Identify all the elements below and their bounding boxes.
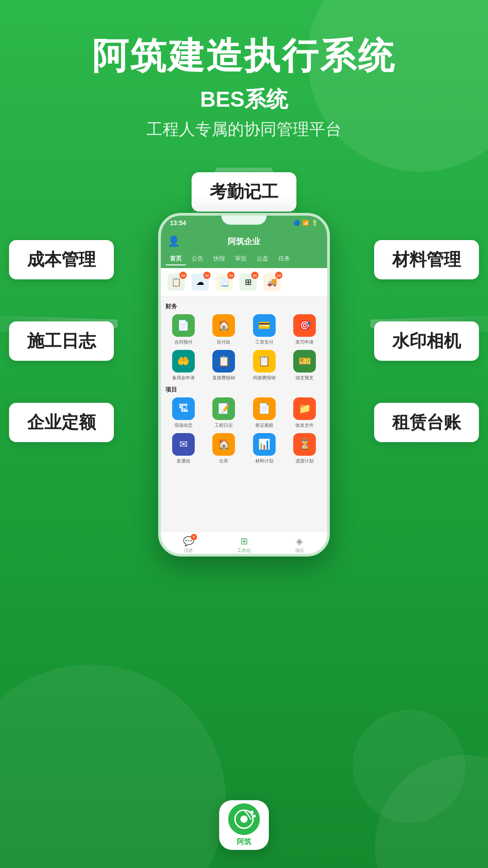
scroll-icon-2[interactable]: ☁ 30 [192,274,209,291]
header: 阿筑建造执行系统 BES系统 工程人专属的协同管理平台 [0,0,488,159]
app-content: 财务 📄 合同预付 🏠 应付款 💳 工资支付 🎯 [161,297,327,532]
status-time: 13:54 [170,219,186,226]
icon-send-notice[interactable]: ✉ 发通知 [165,433,202,464]
icon-material-plan[interactable]: 📊 材料计划 [246,433,282,464]
finance-icons-grid: 📄 合同预付 🏠 应付款 💳 工资支付 🎯 奖罚申请 [165,314,323,381]
feature-shuiyin[interactable]: 水印相机 [374,321,479,361]
icon-progress-plan[interactable]: ⏳ 进度计划 [287,433,323,464]
section-project-label: 项目 [165,386,323,394]
app-bottom-nav: 💬 6 消息 ⊞ 工作台 ◈ 项目 [161,532,327,557]
phone-mockup: 13:54 🔵 📶 🔋 👤 阿筑企业 首页 公告 快报 审批 云盘 任务 [158,213,330,557]
icon-send-receive-file[interactable]: 📁 收发文件 [287,397,323,429]
badge-26: 26 [251,272,258,279]
icon-salary-pay[interactable]: 💳 工资支付 [246,314,282,345]
bottom-nav-messages[interactable]: 💬 6 消息 [161,532,216,557]
sub-title-desc: 工程人专属的协同管理平台 [0,118,488,141]
app-header: 👤 阿筑企业 [161,230,327,253]
badge-30: 30 [203,272,211,279]
section-finance-label: 财务 [165,302,323,311]
main-title: 阿筑建造执行系统 [0,36,488,76]
messages-badge: 6 [191,534,197,540]
icon-reward-penalty[interactable]: 🎯 奖罚申请 [287,314,323,345]
icon-advance-pay[interactable]: 🎫 借支预支 [287,350,323,381]
scroll-icon-1[interactable]: 📋 18 [168,274,185,291]
nav-tabs: 首页 公告 快报 审批 云盘 任务 [161,253,327,268]
logo-label: 阿筑 [237,837,251,847]
icon-site-dynamic[interactable]: 🏗 现场动态 [165,397,202,429]
nav-tab-cloud[interactable]: 云盘 [252,253,273,265]
badge-24: 24 [275,272,282,279]
svg-point-3 [250,811,253,814]
icon-contract-prepay[interactable]: 📄 合同预付 [165,314,202,345]
feature-cailiao[interactable]: 材料管理 [374,240,479,279]
icon-reserve-fund[interactable]: 🤲 备用金申请 [165,350,202,381]
badge-43: 43 [227,272,235,279]
feature-qiye[interactable]: 企业定额 [9,403,114,442]
icon-indirect-expense[interactable]: 📋 间接费报销 [246,350,282,381]
scroll-icon-4[interactable]: ⊞ 26 [239,274,257,291]
app-title: 阿筑企业 [228,236,260,247]
icon-visa-claim[interactable]: 📄 签证索赔 [246,397,282,429]
svg-point-4 [253,815,256,817]
icon-direct-expense[interactable]: 📋 直接费报销 [206,350,242,381]
icon-outbound[interactable]: 🏠 出库 [206,433,242,464]
feature-shigong[interactable]: 施工日志 [9,321,114,361]
nav-tab-home[interactable]: 首页 [165,253,186,265]
nav-tab-notice[interactable]: 公告 [187,253,208,265]
phone-notch [221,216,267,225]
nav-tab-task[interactable]: 任务 [274,253,295,265]
status-icons: 🔵 📶 🔋 [293,220,318,226]
features-area: 考勤记工 成本管理 材料管理 施工日志 水印相机 企业定额 租赁台账 13:54… [0,168,488,674]
bottom-nav-workbench[interactable]: ⊞ 工作台 [216,532,272,557]
nav-tab-approve[interactable]: 审批 [230,253,251,265]
icon-scroll-row: 📋 18 ☁ 30 📃 43 [161,268,327,297]
sub-title-bes: BES系统 [0,85,488,114]
logo-svg-icon [228,803,260,835]
feature-chengben[interactable]: 成本管理 [9,240,114,279]
feature-kaiqin[interactable]: 考勤记工 [192,172,296,212]
app-logo[interactable]: 阿筑 [219,800,269,850]
badge-18: 18 [179,272,187,279]
icon-payable[interactable]: 🏠 应付款 [206,314,242,345]
user-icon[interactable]: 👤 [168,236,180,247]
project-icons-grid: 🏗 现场动态 📝 工程日志 📄 签证索赔 📁 收发文件 [165,397,323,464]
svg-point-2 [240,816,248,823]
nav-tab-news[interactable]: 快报 [209,253,230,265]
bottom-nav-project[interactable]: ◈ 项目 [272,532,327,557]
bottom-logo-area: 阿筑 [219,800,269,850]
scroll-icon-5[interactable]: 🚚 24 [263,274,281,291]
feature-zulin[interactable]: 租赁台账 [374,403,479,442]
scroll-icon-3[interactable]: 📃 43 [216,274,233,291]
icon-engineering-log[interactable]: 📝 工程日志 [206,397,242,429]
